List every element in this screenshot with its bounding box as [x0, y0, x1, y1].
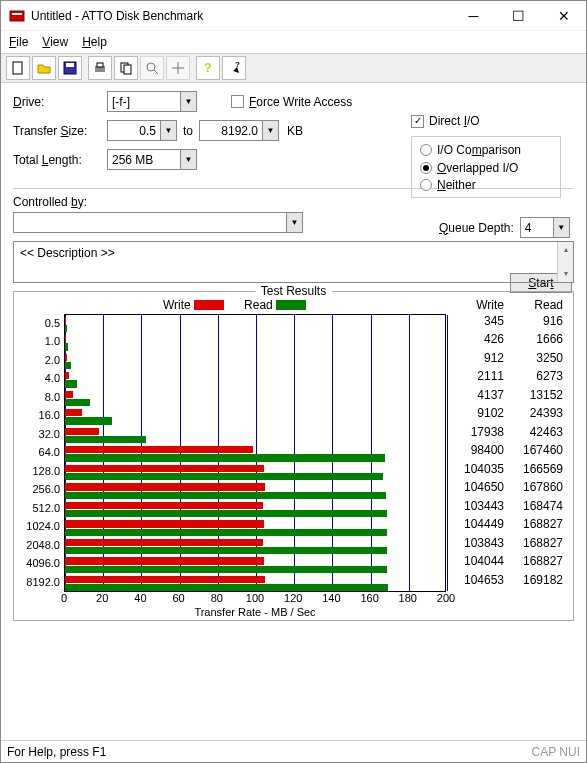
- app-icon: [9, 8, 25, 24]
- svg-text:?: ?: [235, 61, 240, 69]
- direct-io-checkbox[interactable]: ✓Direct I/O: [411, 114, 480, 128]
- context-help-icon[interactable]: ?: [222, 56, 246, 80]
- controlled-by-label: Controlled by:: [13, 195, 87, 209]
- svg-point-9: [147, 63, 155, 71]
- menu-help[interactable]: Help: [82, 35, 107, 49]
- controlled-by-combo[interactable]: ▼: [13, 212, 303, 233]
- status-right: CAP NUI: [532, 745, 580, 759]
- chart-area: [64, 314, 446, 592]
- col-read-header: Read: [508, 298, 567, 312]
- svg-rect-0: [10, 11, 24, 21]
- force-write-checkbox[interactable]: Force Write Access: [231, 95, 352, 109]
- data-row: 104650167860: [449, 478, 567, 497]
- transfer-from-combo[interactable]: 0.5▼: [107, 120, 177, 141]
- total-length-combo[interactable]: 256 MB▼: [107, 149, 197, 170]
- copy-icon[interactable]: [114, 56, 138, 80]
- data-row: 910224393: [449, 404, 567, 423]
- total-length-label: Total Length:: [13, 153, 107, 167]
- overlapped-io-radio[interactable]: Overlapped I/O: [420, 161, 518, 175]
- drive-label: Drive:: [13, 95, 107, 109]
- transfer-size-label: Transfer Size:: [13, 124, 107, 138]
- data-row: 345916: [449, 312, 567, 331]
- titlebar: Untitled - ATTO Disk Benchmark ─ ☐ ✕: [1, 1, 586, 31]
- svg-rect-6: [97, 63, 103, 67]
- io-options: ✓Direct I/O I/O Comparison Overlapped I/…: [411, 113, 561, 198]
- data-row: 98400167460: [449, 441, 567, 460]
- toolbar: ? ?: [1, 53, 586, 83]
- statusbar: For Help, press F1 CAP NUI: [1, 740, 586, 762]
- data-row: 4261666: [449, 330, 567, 349]
- move-icon[interactable]: [166, 56, 190, 80]
- minimize-button[interactable]: ─: [451, 1, 496, 31]
- menu-file[interactable]: File: [9, 35, 28, 49]
- open-icon[interactable]: [32, 56, 56, 80]
- queue-depth-combo[interactable]: 4▼: [520, 217, 570, 238]
- data-row: 9123250: [449, 349, 567, 368]
- results-title: Test Results: [255, 284, 332, 298]
- data-row: 21116273: [449, 367, 567, 386]
- data-row: 104653169182: [449, 571, 567, 590]
- data-row: 104044168827: [449, 552, 567, 571]
- data-row: 103443168474: [449, 497, 567, 516]
- zoom-icon[interactable]: [140, 56, 164, 80]
- description-box[interactable]: << Description >> ▴ ▾: [13, 241, 574, 283]
- kb-label: KB: [279, 124, 311, 138]
- svg-rect-1: [12, 13, 22, 15]
- menu-view[interactable]: View: [42, 35, 68, 49]
- close-button[interactable]: ✕: [541, 1, 586, 31]
- data-row: 104449168827: [449, 515, 567, 534]
- chart-x-label: Transfer Rate - MB / Sec: [64, 606, 446, 618]
- help-icon[interactable]: ?: [196, 56, 220, 80]
- test-results-group: Test Results Write Read 0.51.02.04.08.01…: [13, 291, 574, 621]
- read-swatch: [276, 300, 306, 310]
- window-title: Untitled - ATTO Disk Benchmark: [31, 9, 451, 23]
- description-scrollbar[interactable]: ▴ ▾: [557, 242, 573, 282]
- description-text: << Description >>: [20, 246, 115, 260]
- new-icon[interactable]: [6, 56, 30, 80]
- write-swatch: [194, 300, 224, 310]
- neither-radio[interactable]: Neither: [420, 178, 476, 192]
- data-columns: WriteRead 345916426166691232502111627341…: [449, 298, 567, 618]
- svg-rect-8: [124, 65, 131, 74]
- print-icon[interactable]: [88, 56, 112, 80]
- maximize-button[interactable]: ☐: [496, 1, 541, 31]
- menubar: File View Help: [1, 31, 586, 53]
- chart-y-labels: 0.51.02.04.08.016.032.064.0128.0256.0512…: [20, 314, 64, 592]
- col-write-header: Write: [449, 298, 508, 312]
- transfer-to-combo[interactable]: 8192.0▼: [199, 120, 279, 141]
- to-label: to: [177, 124, 199, 138]
- svg-line-10: [154, 70, 158, 74]
- queue-depth-label: Queue Depth:: [439, 221, 514, 235]
- io-comparison-radio[interactable]: I/O Comparison: [420, 143, 521, 157]
- data-row: 413713152: [449, 386, 567, 405]
- data-row: 103843168827: [449, 534, 567, 553]
- data-row: 1793842463: [449, 423, 567, 442]
- data-row: 104035166569: [449, 460, 567, 479]
- save-icon[interactable]: [58, 56, 82, 80]
- status-text: For Help, press F1: [7, 745, 106, 759]
- drive-combo[interactable]: [-f-]▼: [107, 91, 197, 112]
- chart-x-axis: 020406080100120140160180200: [64, 592, 446, 606]
- chart-legend: Write Read: [20, 298, 449, 312]
- queue-depth-row: Queue Depth: 4▼: [439, 217, 570, 238]
- svg-rect-2: [13, 62, 22, 74]
- svg-rect-4: [66, 63, 74, 67]
